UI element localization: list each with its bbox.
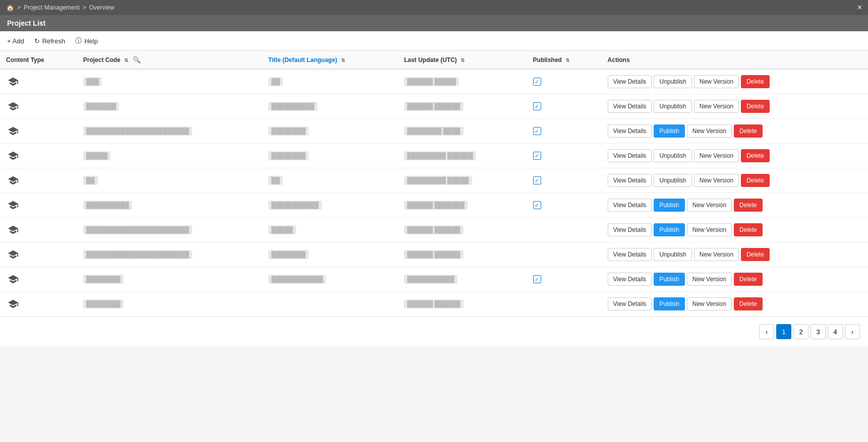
col-title[interactable]: Title (Default Language) ⇅ (262, 51, 398, 69)
delete-button[interactable]: Delete (741, 75, 770, 88)
view-details-button[interactable]: View Details (608, 100, 652, 113)
pagination-prev[interactable]: ‹ (759, 324, 774, 339)
breadcrumb-sep2: > (83, 4, 86, 11)
new-version-button[interactable]: New Version (687, 297, 732, 310)
project-code-cell: ████████████████████████ (77, 119, 262, 144)
delete-button[interactable]: Delete (741, 100, 770, 113)
published-checkbox[interactable]: ✓ (533, 176, 541, 184)
last-update-cell: ██████ ███████ (398, 193, 527, 218)
new-version-button[interactable]: New Version (694, 174, 739, 187)
publish-button[interactable]: Publish (654, 297, 684, 310)
published-checkbox[interactable]: ✓ (533, 78, 541, 86)
table-row: ███████████████████████████████✓ View De… (0, 267, 868, 292)
actions-cell: View Details Unpublish New Version Delet… (602, 144, 868, 168)
breadcrumb-overview: Overview (89, 4, 114, 11)
view-details-button[interactable]: View Details (608, 124, 652, 138)
pagination-page-4[interactable]: 4 (828, 324, 843, 339)
title-value: ██ (268, 77, 283, 86)
published-checkbox[interactable]: ✓ (533, 275, 541, 283)
last-update-cell: ██████ ██████ (398, 242, 527, 267)
new-version-button[interactable]: New Version (687, 273, 732, 286)
publish-button[interactable]: Publish (654, 124, 684, 138)
delete-button[interactable]: Delete (741, 174, 770, 187)
unpublish-button[interactable]: Unpublish (654, 149, 691, 162)
last-update-cell: ███████████ (398, 267, 527, 292)
view-details-button[interactable]: View Details (608, 248, 652, 261)
new-version-button[interactable]: New Version (694, 248, 739, 261)
title-cell: ██████████ (262, 94, 398, 119)
new-version-button[interactable]: New Version (694, 149, 739, 162)
unpublish-button[interactable]: Unpublish (654, 174, 691, 187)
project-code-value: █████ (83, 151, 111, 160)
actions-container: View Details Publish New Version Delete (608, 273, 862, 286)
new-version-button[interactable]: New Version (694, 75, 739, 88)
content-type-icon (6, 247, 20, 262)
title-cell (262, 292, 398, 317)
actions-container: View Details Publish New Version Delete (608, 223, 862, 236)
content-type-cell (0, 119, 77, 144)
project-code-cell: █████ (77, 144, 262, 168)
close-button[interactable]: × (857, 3, 862, 12)
delete-button[interactable]: Delete (734, 223, 763, 236)
col-published[interactable]: Published ⇅ (527, 51, 602, 69)
view-details-button[interactable]: View Details (608, 199, 652, 212)
new-version-button[interactable]: New Version (687, 124, 732, 138)
new-version-button[interactable]: New Version (687, 199, 732, 212)
published-checkbox[interactable]: ✓ (533, 152, 541, 160)
publish-button[interactable]: Publish (654, 223, 684, 236)
publish-button[interactable]: Publish (654, 199, 684, 212)
delete-button[interactable]: Delete (741, 149, 770, 162)
view-details-button[interactable]: View Details (608, 297, 652, 310)
project-code-value: ██████████ (83, 201, 132, 210)
delete-button[interactable]: Delete (734, 199, 763, 212)
content-type-icon (6, 297, 20, 311)
view-details-button[interactable]: View Details (608, 75, 652, 88)
published-checkbox[interactable]: ✓ (533, 102, 541, 110)
refresh-label: Refresh (42, 37, 66, 45)
content-type-cell (0, 267, 77, 292)
view-details-button[interactable]: View Details (608, 223, 652, 236)
new-version-button[interactable]: New Version (694, 100, 739, 113)
refresh-button[interactable]: ↻ Refresh (34, 37, 66, 45)
table-row: ██████████████████████ ██████✓ View Deta… (0, 144, 868, 168)
view-details-button[interactable]: View Details (608, 273, 652, 286)
content-type-cell (0, 94, 77, 119)
title-cell: ███████████ (262, 193, 398, 218)
publish-button[interactable]: Publish (654, 273, 684, 286)
published-checkbox[interactable]: ✓ (533, 201, 541, 209)
unpublish-button[interactable]: Unpublish (654, 248, 691, 261)
col-last-update[interactable]: Last Update (UTC) ⇅ (398, 51, 527, 69)
add-button[interactable]: + Add (7, 37, 24, 45)
col-project-code[interactable]: Project Code ⇅ 🔍 (77, 51, 262, 69)
pagination-page-1[interactable]: 1 (776, 324, 791, 339)
table-header-row: Content Type Project Code ⇅ 🔍 Title (Def… (0, 51, 868, 69)
title-cell: ████████ (262, 119, 398, 144)
pagination-page-2[interactable]: 2 (793, 324, 808, 339)
published-checkbox[interactable]: ✓ (533, 127, 541, 135)
last-update-value: █████████ █████ (404, 176, 472, 185)
project-code-value: ████████████████████████ (83, 127, 192, 136)
delete-button[interactable]: Delete (734, 273, 763, 286)
actions-container: View Details Publish New Version Delete (608, 124, 862, 138)
unpublish-button[interactable]: Unpublish (654, 75, 691, 88)
last-update-value: ██████ █████ (404, 77, 459, 86)
pagination-next[interactable]: › (845, 324, 860, 339)
view-details-button[interactable]: View Details (608, 174, 652, 187)
pagination-page-3[interactable]: 3 (811, 324, 826, 339)
project-code-cell: ████████ (77, 292, 262, 317)
project-code-cell: ███████ (77, 94, 262, 119)
last-update-cell: ██████ ██████ (398, 94, 527, 119)
actions-container: View Details Unpublish New Version Delet… (608, 149, 862, 162)
delete-button[interactable]: Delete (741, 248, 770, 261)
search-icon-project-code[interactable]: 🔍 (133, 56, 141, 64)
view-details-button[interactable]: View Details (608, 149, 652, 162)
delete-button[interactable]: Delete (734, 124, 763, 138)
project-code-cell: ████████████████████████ (77, 218, 262, 242)
delete-button[interactable]: Delete (734, 297, 763, 310)
unpublish-button[interactable]: Unpublish (654, 100, 691, 113)
project-table: Content Type Project Code ⇅ 🔍 Title (Def… (0, 51, 868, 317)
new-version-button[interactable]: New Version (687, 223, 732, 236)
col-actions: Actions (602, 51, 868, 69)
help-button[interactable]: ⓘ Help (75, 36, 98, 45)
last-update-cell: ██████ █████ (398, 69, 527, 94)
